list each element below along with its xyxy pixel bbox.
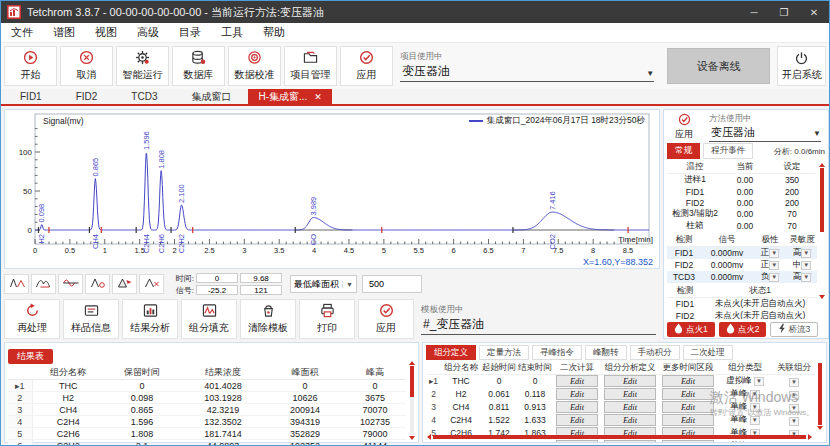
start-button[interactable]: 开始 — [4, 46, 57, 86]
method-combo[interactable]: 方法使用中 变压器油 ▼ — [705, 113, 825, 142]
dropdown-arrow-icon[interactable]: ▼ — [769, 273, 779, 282]
peak-tool-valley-button[interactable] — [58, 274, 83, 294]
edit-button[interactable]: Edit — [556, 401, 598, 413]
results-vertical-scrollbar[interactable] — [407, 361, 416, 440]
dropdown-arrow-icon[interactable]: ▼ — [769, 261, 779, 270]
restore-button[interactable]: ❐ — [769, 1, 799, 23]
database-button[interactable]: 数据库 — [172, 46, 225, 86]
table-row[interactable]: FID20.000mv正▼中▼ — [667, 259, 817, 271]
dropdown-arrow-icon[interactable]: ▼ — [769, 249, 779, 258]
menu-help[interactable]: 帮助 — [253, 25, 295, 40]
method-apply-button[interactable]: 应用 — [667, 113, 701, 141]
time-from-input[interactable] — [196, 273, 238, 283]
component-tab-peak-flip[interactable]: 峰翻转 — [585, 345, 627, 360]
component-tab-component-define[interactable]: 组分定义 — [426, 345, 476, 360]
component-tab-secondary-process[interactable]: 二次处理 — [683, 345, 733, 360]
component-fill-button[interactable]: 组分填充 — [181, 299, 237, 339]
menu-advanced[interactable]: 高级 — [127, 25, 169, 40]
ignite-2-button[interactable]: 点火2 — [719, 322, 767, 337]
result-analysis-button[interactable]: 结果分析 — [122, 299, 178, 339]
table-row[interactable]: 柱箱0.0070 — [667, 220, 817, 232]
scroll-left-icon[interactable] — [427, 434, 431, 440]
clear-template-button[interactable]: 清除模板 — [240, 299, 296, 339]
component-vertical-scrollbar[interactable] — [815, 363, 824, 430]
edit-button[interactable]: Edit — [604, 440, 655, 443]
table-row[interactable]: ▸1THC00EditEditEdit虚拟峰 ▼▼ — [426, 375, 815, 388]
tab-fid2[interactable]: FID2 — [59, 89, 115, 104]
dropdown-arrow-icon[interactable]: ▼ — [750, 442, 760, 443]
sample-info-button[interactable]: 样品信息 — [63, 299, 119, 339]
minimize-button[interactable]: ─ — [739, 1, 769, 23]
dropdown-arrow-icon[interactable]: ▼ — [789, 417, 799, 426]
edit-button[interactable]: Edit — [604, 375, 655, 387]
dropdown-arrow-icon[interactable]: ▼ — [789, 391, 799, 400]
close-button[interactable]: ✕ — [799, 1, 829, 23]
menu-view[interactable]: 视图 — [85, 25, 127, 40]
time-to-input[interactable] — [240, 273, 282, 283]
apply-button[interactable]: 应用 — [358, 299, 414, 339]
signal-from-input[interactable] — [196, 285, 238, 295]
edit-button[interactable]: Edit — [604, 414, 655, 426]
tab-fid1[interactable]: FID1 — [3, 89, 59, 104]
table-row[interactable]: FID2未点火(未开启自动点火) — [667, 310, 817, 319]
print-button[interactable]: 打印 — [299, 299, 355, 339]
table-row[interactable]: 4C2H41.596132.3502394319102735 — [8, 416, 406, 428]
scroll-down-icon[interactable] — [819, 295, 825, 299]
bridge-current-button[interactable]: 桥流3 — [770, 322, 818, 337]
tab-close-icon[interactable]: ✕ — [314, 92, 322, 102]
dropdown-arrow-icon[interactable]: ▼ — [750, 416, 760, 425]
template-combo[interactable]: 模板使用中 #_变压器油 — [417, 304, 660, 335]
table-row[interactable]: 进样10.00350 — [667, 174, 817, 187]
tab-integration-window[interactable]: 集成窗口 — [174, 89, 248, 104]
dropdown-arrow-icon[interactable]: ▼ — [750, 390, 760, 399]
smart-run-button[interactable]: 智能运行 — [116, 46, 169, 86]
peak-tool-merge-button[interactable] — [31, 274, 56, 294]
scroll-down-icon[interactable] — [409, 436, 415, 440]
dropdown-arrow-icon[interactable]: ▼ — [789, 378, 799, 387]
edit-button[interactable]: Edit — [556, 375, 598, 387]
scrollbar-thumb[interactable] — [820, 168, 824, 232]
scrollbar-thumb[interactable] — [410, 366, 414, 397]
dropdown-arrow-icon[interactable]: ▼ — [750, 403, 760, 412]
table-row[interactable]: 4C2H41.5221.633EditEditEdit单峰 ▼▼ — [426, 414, 815, 427]
table-row[interactable]: FID20.00200 — [667, 197, 817, 208]
ignite-1-button[interactable]: 点火1 — [667, 322, 715, 337]
project-manage-button[interactable]: 项目管理 — [284, 46, 337, 86]
dropdown-arrow-icon[interactable]: ▼ — [801, 273, 811, 282]
table-row[interactable]: 2H20.0610.118EditEditEdit单峰 ▼▼ — [426, 388, 815, 401]
table-row[interactable]: FID10.00200 — [667, 186, 817, 197]
edit-button[interactable]: Edit — [604, 401, 655, 413]
menu-spectrum[interactable]: 谱图 — [43, 25, 85, 40]
edit-button[interactable]: Edit — [662, 414, 713, 426]
table-row[interactable]: 2H20.098103.1928106263675 — [8, 392, 406, 404]
edit-button[interactable]: Edit — [604, 388, 655, 400]
min-peak-area-value[interactable]: 500 — [362, 275, 422, 293]
table-row[interactable]: FID10.000mv正▼高▼ — [667, 247, 817, 260]
menu-tools[interactable]: 工具 — [211, 25, 253, 40]
edit-button[interactable]: Edit — [662, 388, 713, 400]
project-combo[interactable]: 项目使用中 变压器油 ▼ — [396, 51, 658, 82]
min-peak-area-dropdown[interactable]: 最低峰面积 ▼ — [290, 275, 357, 293]
dropdown-arrow-icon[interactable]: ▼ — [754, 377, 764, 386]
tab-h-integration-window[interactable]: H-集成窗...✕ — [248, 89, 331, 104]
component-horizontal-scrollbar[interactable] — [427, 433, 812, 440]
table-row[interactable]: 检测3/辅助20.0070 — [667, 208, 817, 220]
menu-file[interactable]: 文件 — [1, 25, 43, 40]
dropdown-arrow-icon[interactable]: ▼ — [801, 261, 811, 270]
edit-button[interactable]: Edit — [556, 414, 598, 426]
table-row[interactable]: 3CH40.86542.321920091470070 — [8, 404, 406, 416]
table-row[interactable]: 5C2H61.808181.741435282979000 — [8, 428, 406, 440]
table-row[interactable]: TCD30.000mv负▼高▼ — [667, 271, 817, 283]
calibration-button[interactable]: 数据校准 — [228, 46, 281, 86]
method-tab-general[interactable]: 常规 — [667, 143, 700, 159]
cancel-button[interactable]: 取消 — [60, 46, 113, 86]
table-row[interactable]: 3CH40.8110.913EditEditEdit单峰 ▼▼ — [426, 401, 815, 414]
component-tab-peak-search[interactable]: 寻峰指令 — [532, 345, 582, 360]
peak-tool-split-button[interactable] — [4, 274, 29, 294]
chromatogram-panel[interactable]: 05010000.511.522.533.544.555.566.577.588… — [4, 109, 660, 269]
table-row[interactable]: ▸1THC0401.402800 — [8, 380, 406, 392]
scroll-up-icon[interactable] — [409, 361, 415, 365]
scroll-right-icon[interactable] — [808, 434, 812, 440]
edit-button[interactable]: Edit — [662, 375, 713, 387]
peak-tool-drop-button[interactable] — [85, 274, 110, 294]
